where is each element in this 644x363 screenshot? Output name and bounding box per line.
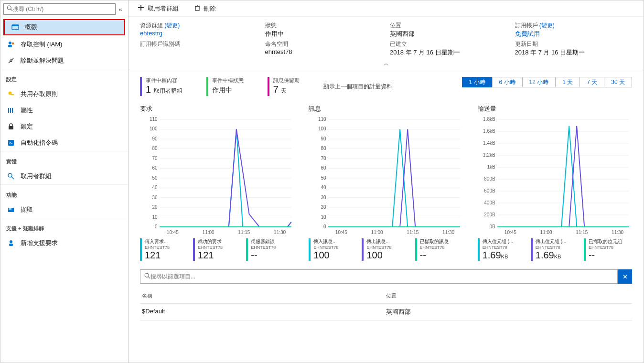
legend-item[interactable]: 伺服器錯誤EHNTEST78-- [246, 238, 294, 261]
sidebar-item-properties[interactable]: 屬性 [0, 102, 128, 118]
svg-text:30: 30 [321, 195, 327, 200]
svg-text:600B: 600B [484, 188, 495, 193]
col-name[interactable]: 名稱 [142, 292, 386, 299]
clear-filter-button[interactable]: ✕ [618, 269, 632, 284]
svg-rect-17 [9, 208, 11, 210]
svg-text:10:45: 10:45 [504, 230, 516, 235]
svg-text:0: 0 [155, 224, 158, 229]
svg-point-7 [10, 60, 12, 62]
created-value: 2018 年 7 月 16 日星期一 [390, 48, 507, 57]
stat-content: 事件中樞內容1 取用者群組 [140, 77, 182, 96]
chart-requests[interactable]: 要求010203040506070809010011010:4511:0011:… [140, 105, 294, 261]
svg-text:20: 20 [321, 204, 327, 210]
search-icon [7, 5, 13, 13]
time-range-4[interactable]: 7 天 [580, 77, 604, 87]
overview-icon [11, 22, 20, 32]
svg-point-0 [7, 6, 11, 10]
svg-text:0B: 0B [489, 224, 495, 229]
delete-button[interactable]: 刪除 [194, 4, 216, 13]
status-value: 作用中 [265, 30, 383, 38]
sidebar-item-automation[interactable]: 自動化指令碼 [0, 135, 128, 151]
diagnose-icon [6, 56, 16, 65]
svg-text:1.8kB: 1.8kB [483, 117, 495, 122]
legend-item[interactable]: 成功的要求EHNTEST78121 [193, 238, 241, 261]
key-icon [6, 89, 16, 99]
svg-rect-20 [195, 6, 199, 11]
namespace-value: ehntest78 [265, 48, 383, 55]
time-range-5[interactable]: 30 天 [604, 77, 632, 87]
info-grid: 資源群組 (變更) ehtestrg 狀態 作用中 位置 英國西部 訂用帳戶 (… [129, 17, 644, 60]
svg-text:80: 80 [152, 146, 158, 151]
filter-input[interactable] [150, 273, 613, 280]
svg-text:10:45: 10:45 [335, 230, 347, 235]
sidebar-item-shared-access[interactable]: 共用存取原則 [0, 86, 128, 102]
svg-line-1 [11, 10, 13, 11]
time-range-3[interactable]: 1 天 [555, 77, 580, 87]
change-sub-link[interactable]: (變更) [539, 22, 555, 29]
time-range-1[interactable]: 6 小時 [492, 77, 523, 87]
time-range-0[interactable]: 1 小時 [462, 77, 493, 87]
filter-box[interactable] [140, 269, 618, 284]
legend-item[interactable]: 傳出位元組 (...EHNTEST781.69KB [531, 238, 579, 261]
svg-text:11:15: 11:15 [576, 230, 588, 235]
iam-icon [6, 40, 16, 49]
add-consumer-group-button[interactable]: 取用者群組 [137, 4, 179, 13]
search-icon [144, 273, 150, 280]
svg-text:400B: 400B [484, 200, 495, 205]
sidebar-section-entities: 實體 [0, 151, 128, 168]
svg-text:70: 70 [321, 156, 327, 161]
collapse-icon[interactable]: « [116, 6, 125, 13]
resource-group-link[interactable]: ehtestrg [140, 30, 258, 37]
svg-text:20: 20 [152, 204, 158, 210]
legend-item[interactable]: 傳出訊息...EHNTEST78100 [362, 238, 410, 261]
svg-text:40: 40 [321, 185, 327, 190]
trash-icon [194, 4, 201, 12]
properties-icon [6, 106, 16, 115]
chart-messages[interactable]: 訊息010203040506070809010011010:4511:0011:… [309, 105, 463, 261]
sidebar-item-iam[interactable]: 存取控制 (IAM) [0, 36, 128, 53]
svg-rect-5 [8, 45, 12, 47]
svg-text:30: 30 [152, 195, 158, 200]
time-range-2[interactable]: 12 小時 [522, 77, 556, 87]
sidebar-item-capture[interactable]: 擷取 [0, 202, 128, 218]
svg-text:1.2kB: 1.2kB [483, 152, 495, 158]
sidebar-label: 新增支援要求 [21, 239, 58, 247]
svg-text:1.4kB: 1.4kB [483, 140, 495, 146]
sidebar-label: 概觀 [25, 23, 37, 32]
table-row[interactable]: $Default英國西部 [140, 304, 632, 320]
svg-rect-9 [11, 94, 14, 95]
svg-rect-11 [10, 108, 11, 113]
col-location[interactable]: 位置 [386, 292, 630, 299]
sidebar-label: 屬性 [21, 106, 33, 115]
sidebar-section-support: 支援 + 疑難排解 [0, 218, 128, 235]
svg-text:11:15: 11:15 [238, 230, 250, 235]
sidebar-label: 取用者群組 [21, 172, 52, 181]
legend-item[interactable]: 傳入位元組 (...EHNTEST781.69KB [478, 238, 526, 261]
sidebar-label: 共用存取原則 [21, 90, 58, 98]
svg-text:1kB: 1kB [487, 164, 495, 170]
consumer-groups-icon [6, 171, 16, 181]
capture-icon [6, 205, 16, 214]
svg-rect-19 [9, 244, 13, 246]
subscription-link[interactable]: 免費試用 [515, 30, 633, 38]
lock-icon [6, 122, 16, 131]
legend-item[interactable]: 傳入要求...EHNTEST78121 [140, 238, 188, 261]
legend-item[interactable]: 傳入訊息...EHNTEST78100 [309, 238, 357, 261]
legend-item[interactable]: 已擷取的位元組EHNTEST78-- [584, 238, 632, 261]
sidebar-search-input[interactable] [13, 6, 112, 12]
sidebar-item-diagnose[interactable]: 診斷並解決問題 [0, 53, 128, 69]
sidebar-item-consumer-groups[interactable]: 取用者群組 [0, 168, 128, 184]
chart-throughput[interactable]: 輸送量0B200B400B600B800B1kB1.2kB1.4kB1.6kB1… [478, 105, 632, 261]
sidebar-item-new-support[interactable]: 新增支援要求 [0, 235, 128, 251]
change-rg-link[interactable]: (變更) [164, 22, 180, 29]
legend-item[interactable]: 已擷取的訊息EHNTEST78-- [415, 238, 463, 261]
svg-text:10:45: 10:45 [167, 230, 179, 235]
sidebar-item-locks[interactable]: 鎖定 [0, 118, 128, 135]
svg-text:11:30: 11:30 [612, 230, 623, 235]
location-value: 英國西部 [390, 30, 507, 38]
svg-text:50: 50 [152, 175, 158, 181]
sidebar-search[interactable] [3, 3, 116, 15]
stat-status: 事件中樞狀態作用中 [206, 77, 244, 96]
sidebar-item-overview[interactable]: 概觀 [3, 19, 125, 35]
collapse-info-icon[interactable]: ︽ [129, 60, 644, 69]
